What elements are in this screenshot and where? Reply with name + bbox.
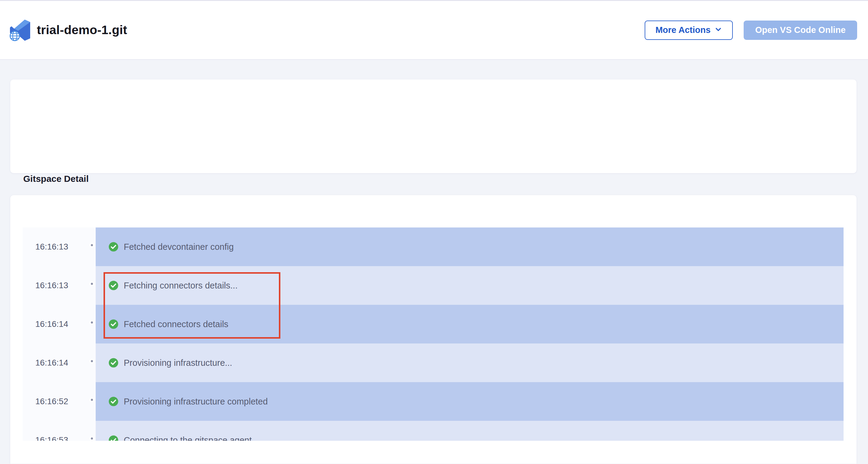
detail-card-title: Gitspace Detail [23, 174, 89, 184]
log-time: 16:16:53 [23, 421, 96, 441]
timeline-dot-icon [89, 242, 94, 248]
log-message: Connecting to the gitspace agent [124, 435, 252, 441]
log-message: Fetching connectors details... [124, 281, 238, 291]
app-header: trial-demo-1.git More Actions Open VS Co… [0, 0, 868, 60]
log-message: Provisioning infrastructure completed [124, 397, 268, 407]
check-circle-icon [108, 396, 119, 407]
gitspace-activity-card: Gitspace Activity Connecting to the gits… [10, 195, 857, 464]
log-time: 16:16:13 [23, 228, 96, 266]
log-row: 16:16:14 Fetched connectors details [23, 305, 843, 344]
chevron-down-icon [715, 25, 722, 35]
vscode-gitspace-logo-icon [9, 19, 32, 42]
check-circle-icon [108, 358, 119, 368]
timeline-dot-icon [89, 320, 94, 325]
log-row: 16:16:13 Fetching connectors details... [23, 266, 843, 305]
timeline-dot-icon [89, 397, 94, 402]
log-time: 16:16:14 [23, 305, 96, 344]
log-time: 16:16:52 [23, 382, 96, 421]
more-actions-button[interactable]: More Actions [645, 21, 733, 40]
timeline-dot-icon [89, 358, 94, 364]
gitspace-detail-card: Gitspace Detail Status Starting Reposito… [10, 79, 857, 173]
check-circle-icon [108, 319, 119, 329]
log-message: Fetched devcontainer config [124, 242, 234, 252]
log-row: 16:16:14 Provisioning infrastructure... [23, 344, 843, 382]
timeline-dot-icon [89, 436, 94, 441]
timeline-dot-icon [89, 281, 94, 286]
check-circle-icon [108, 242, 119, 252]
log-row: 16:16:52 Provisioning infrastructure com… [23, 382, 843, 421]
log-row: 16:16:53 Connecting to the gitspace agen… [23, 421, 843, 441]
log-message: Fetched connectors details [124, 319, 228, 329]
log-time: 16:16:14 [23, 344, 96, 382]
open-vscode-online-button[interactable]: Open VS Code Online [744, 21, 857, 40]
check-circle-icon [108, 435, 119, 441]
log-row: 16:16:13 Fetched devcontainer config [23, 228, 843, 266]
check-circle-icon [108, 280, 119, 291]
log-time: 16:16:13 [23, 266, 96, 305]
more-actions-label: More Actions [655, 25, 711, 35]
activity-log-area: 16:16:13 Fetched devcontainer config 16:… [23, 228, 843, 441]
log-message: Provisioning infrastructure... [124, 358, 232, 368]
page-title: trial-demo-1.git [37, 23, 127, 37]
